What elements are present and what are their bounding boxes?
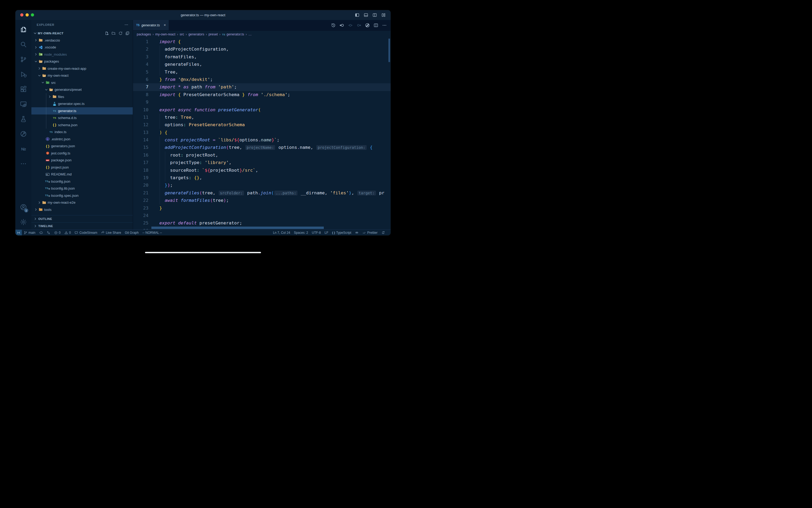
- tree-item-package.json[interactable]: npmpackage.json: [32, 157, 133, 164]
- tree-item-tsconfig.spec.json[interactable]: TS⚙tsconfig.spec.json: [32, 192, 133, 199]
- status-encoding[interactable]: UTF-8: [310, 230, 323, 236]
- activity-nx-console-icon[interactable]: N≥: [17, 141, 30, 156]
- breadcrumb-overflow[interactable]: …: [248, 33, 252, 36]
- tree-item-.verdaccio[interactable]: .verdaccio: [32, 37, 133, 44]
- breadcrumb-preset[interactable]: preset: [208, 33, 218, 36]
- tree-item-tools[interactable]: tools: [32, 206, 133, 213]
- layout-sidebar-left-icon[interactable]: [355, 13, 360, 17]
- code-line-3[interactable]: 3 formatFiles,: [133, 53, 391, 61]
- more-icon[interactable]: [382, 23, 387, 28]
- status-compare[interactable]: [45, 230, 52, 236]
- chevron-right-icon[interactable]: [34, 52, 38, 56]
- breadcrumb-packages[interactable]: packages: [137, 33, 151, 36]
- breadcrumb-my-own-react[interactable]: my-own-react: [155, 33, 176, 36]
- activity-more-icon[interactable]: [17, 156, 30, 171]
- title-bar[interactable]: generator.ts — my-own-react: [15, 10, 391, 20]
- chevron-right-icon[interactable]: [48, 95, 52, 98]
- tree-item-packages[interactable]: packages: [32, 58, 133, 65]
- chevron-right-icon[interactable]: [34, 46, 38, 49]
- tree-item-.eslintrc.json[interactable]: .eslintrc.json: [32, 135, 133, 143]
- status-git-graph[interactable]: Git Graph: [123, 230, 140, 236]
- new-folder-icon[interactable]: [111, 31, 116, 35]
- code-line-24[interactable]: 24: [133, 212, 391, 219]
- chevron-right-icon[interactable]: [34, 208, 38, 211]
- code-line-25[interactable]: 25export default presetGenerator;: [133, 219, 391, 227]
- activity-extensions-icon[interactable]: [17, 82, 30, 97]
- breadcrumb-generators[interactable]: generators: [188, 33, 204, 36]
- code-line-11[interactable]: 11 tree: Tree,: [133, 114, 391, 121]
- collapse-all-icon[interactable]: [125, 31, 130, 35]
- workspace-section-header[interactable]: MY-OWN-REACT: [32, 30, 133, 37]
- code-line-14[interactable]: 14 const projectRoot = `libs/${options.n…: [133, 136, 391, 144]
- code-line-17[interactable]: 17 projectType: 'library',: [133, 159, 391, 166]
- activity-remote-explorer-icon[interactable]: [17, 97, 30, 112]
- status-codestream[interactable]: CodeStream: [73, 230, 99, 236]
- chevron-right-icon[interactable]: [38, 67, 41, 70]
- breadcrumb-generator.ts[interactable]: generator.ts: [227, 33, 244, 36]
- code-line-10[interactable]: 10export async function presetGenerator(: [133, 106, 391, 114]
- tree-item-my-own-react-e2e[interactable]: my-own-react-e2e: [32, 199, 133, 206]
- tree-item-create-my-own-react-app[interactable]: create-my-own-react-app: [32, 65, 133, 72]
- code-line-9[interactable]: 9: [133, 98, 391, 106]
- layout-grid-icon[interactable]: [381, 13, 386, 17]
- tree-item-project.json[interactable]: { }project.json: [32, 164, 133, 171]
- status-notifications[interactable]: [379, 230, 387, 236]
- layout-panel-bottom-icon[interactable]: [364, 13, 368, 17]
- activity-settings-gear-icon[interactable]: [17, 215, 30, 229]
- code-line-2[interactable]: 2 addProjectConfiguration,: [133, 46, 391, 53]
- tree-item-tsconfig.lib.json[interactable]: TS⚙tsconfig.lib.json: [32, 185, 133, 192]
- code-line-6[interactable]: 6} from '@nx/devkit';: [133, 76, 391, 83]
- status-copilot[interactable]: [353, 230, 361, 236]
- status-vim-mode[interactable]: -- NORMAL --: [140, 230, 164, 236]
- chevron-down-icon[interactable]: [34, 60, 38, 64]
- timeline-section[interactable]: TIMELINE: [32, 222, 133, 229]
- outline-section[interactable]: OUTLINE: [32, 215, 133, 222]
- tab-generator-ts[interactable]: TS generator.ts ✕: [133, 20, 169, 30]
- status-branch[interactable]: main: [22, 230, 37, 236]
- tree-item-my-own-react[interactable]: my-own-react: [32, 72, 133, 79]
- tree-item-schema.json[interactable]: { }schema.json: [32, 121, 133, 129]
- tree-item-jest.config.ts[interactable]: jest.config.ts: [32, 150, 133, 157]
- tree-item-schema.d.ts[interactable]: TSschema.d.ts: [32, 115, 133, 122]
- circle-on-line-icon[interactable]: [348, 23, 353, 28]
- tree-item-generators.json[interactable]: { }generators.json: [32, 143, 133, 150]
- new-file-icon[interactable]: [104, 31, 109, 35]
- code-line-21[interactable]: 21 generateFiles(tree, srcFolder: path.j…: [133, 189, 391, 197]
- status-language-mode[interactable]: { }TypeScript: [330, 230, 353, 236]
- status-indentation[interactable]: Spaces: 2: [292, 230, 310, 236]
- code-line-4[interactable]: 4 generateFiles,: [133, 61, 391, 68]
- chevron-right-icon[interactable]: [38, 201, 41, 205]
- chevron-right-icon[interactable]: [34, 38, 38, 42]
- code-editor[interactable]: 1import {2 addProjectConfiguration,3 for…: [133, 38, 391, 229]
- activity-search-icon[interactable]: [17, 37, 30, 52]
- tree-item-generator.ts[interactable]: TSgenerator.ts: [32, 107, 133, 115]
- code-line-13[interactable]: 13) {: [133, 129, 391, 136]
- tree-item-src[interactable]: </>src: [32, 79, 133, 86]
- tree-item-.vscode[interactable]: .vscode: [32, 44, 133, 51]
- status-warnings[interactable]: 0: [62, 230, 73, 236]
- tree-item-generator.spec.ts[interactable]: generator.spec.ts: [32, 100, 133, 108]
- activity-run-debug-icon[interactable]: [17, 67, 30, 82]
- close-tab-icon[interactable]: ✕: [163, 24, 166, 27]
- ellipsis-icon[interactable]: [124, 23, 129, 27]
- code-line-1[interactable]: 1import {: [133, 38, 391, 46]
- nav-back-circle-icon[interactable]: [339, 23, 344, 28]
- code-line-7[interactable]: 7import * as path from 'path';: [133, 83, 391, 91]
- breadcrumb-src[interactable]: src: [180, 33, 184, 36]
- activity-testing-beaker-icon[interactable]: [17, 112, 30, 126]
- status-live-share[interactable]: Live Share: [99, 230, 123, 236]
- code-line-19[interactable]: 19 targets: {},: [133, 174, 391, 181]
- activity-account-icon[interactable]: 1: [17, 200, 30, 215]
- status-eol[interactable]: LF: [323, 230, 330, 236]
- code-line-16[interactable]: 16 root: projectRoot,: [133, 152, 391, 159]
- tree-item-README.md[interactable]: M↓README.md: [32, 171, 133, 178]
- tree-item-generators/preset[interactable]: generators/preset: [32, 86, 133, 93]
- chevron-down-icon[interactable]: [44, 88, 48, 92]
- status-prettier[interactable]: Prettier: [361, 230, 379, 236]
- circle-arrow-right-icon[interactable]: [356, 23, 361, 28]
- split-editor-icon[interactable]: [374, 23, 378, 28]
- chevron-down-icon[interactable]: [38, 74, 41, 78]
- status-publish[interactable]: [37, 230, 45, 236]
- activity-gitlens-icon[interactable]: [17, 126, 30, 141]
- code-line-5[interactable]: 5 Tree,: [133, 69, 391, 76]
